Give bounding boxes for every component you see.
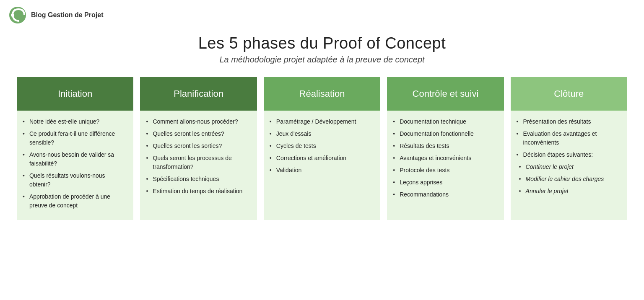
list-item: Quelles seront les sorties? [146,142,251,150]
list-item: Documentation fonctionnelle [393,129,498,138]
list-item: Résultats des tests [393,142,498,150]
phase-body-controle: Documentation techniqueDocumentation fon… [387,111,504,220]
phase-header-cloture: Clôture [511,77,627,111]
phase-body-initiation: Notre idée est-elle unique?Ce produit fe… [17,111,133,220]
sub-title: La méthodologie projet adaptée à la preu… [0,55,644,65]
list-item: Ce produit fera-t-il une différence sens… [23,129,127,147]
list-item: Paramétrage / Développement [270,117,374,126]
phase-header-controle: Contrôle et suivi [387,77,504,111]
list-item: Evaluation des avantages et inconvénient… [517,129,621,147]
list-item: Validation [270,166,374,175]
logo-icon [8,6,27,24]
phase-header-planification: Planification [140,77,257,111]
list-item: Approbation de procéder à une preuve de … [23,192,127,210]
phase-body-realisation: Paramétrage / DéveloppementJeux d'essais… [264,111,380,220]
phase-body-cloture: Présentation des résultatsEvaluation des… [511,111,627,220]
list-item-italic: Modifier le cahier des charges [517,175,621,184]
phase-header-realisation: Réalisation [264,77,380,111]
phase-card-controle: Contrôle et suiviDocumentation technique… [387,77,504,220]
list-item: Estimation du temps de réalisation [146,187,251,196]
title-section: Les 5 phases du Proof of Concept La méth… [0,34,644,65]
phase-list-initiation: Notre idée est-elle unique?Ce produit fe… [23,117,127,210]
list-item: Recommandations [393,190,498,199]
list-item: Documentation technique [393,117,498,126]
list-item: Présentation des résultats [517,117,621,126]
phase-list-planification: Comment allons-nous procéder?Quelles ser… [146,117,251,196]
list-item: Leçons apprises [393,178,498,187]
list-item: Protocole des tests [393,166,498,175]
logo-text: Blog Gestion de Projet [31,11,103,19]
phase-card-initiation: InitiationNotre idée est-elle unique?Ce … [17,77,133,220]
phase-list-realisation: Paramétrage / DéveloppementJeux d'essais… [270,117,374,175]
phase-card-realisation: RéalisationParamétrage / DéveloppementJe… [264,77,380,220]
list-item: Jeux d'essais [270,129,374,138]
list-item: Comment allons-nous procéder? [146,117,251,126]
list-item: Spécifications techniques [146,175,251,184]
list-item-italic: Annuler le projet [517,187,621,196]
phase-card-planification: PlanificationComment allons-nous procéde… [140,77,257,220]
svg-point-1 [11,13,14,17]
list-item: Cycles de tests [270,142,374,150]
list-item: Quelles seront les entrées? [146,129,251,138]
main-title: Les 5 phases du Proof of Concept [0,34,644,52]
list-item: Corrections et amélioration [270,154,374,163]
list-item: Avantages et inconvénients [393,154,498,163]
phase-body-planification: Comment allons-nous procéder?Quelles ser… [140,111,257,220]
list-item: Quels seront les processus de transforma… [146,154,251,171]
phase-list-controle: Documentation techniqueDocumentation fon… [393,117,498,199]
list-item: Avons-nous besoin de valider sa faisabil… [23,150,127,168]
list-item: Décision étapes suivantes: [517,150,621,159]
phase-list-cloture: Présentation des résultatsEvaluation des… [517,117,621,196]
list-item-italic: Continuer le projet [517,163,621,171]
phase-card-cloture: ClôturePrésentation des résultatsEvaluat… [511,77,627,220]
list-item: Quels résultats voulons-nous obtenir? [23,171,127,189]
phases-container: InitiationNotre idée est-elle unique?Ce … [0,77,644,233]
list-item: Notre idée est-elle unique? [23,117,127,126]
logo-area: Blog Gestion de Projet [0,0,644,30]
phase-header-initiation: Initiation [17,77,133,111]
